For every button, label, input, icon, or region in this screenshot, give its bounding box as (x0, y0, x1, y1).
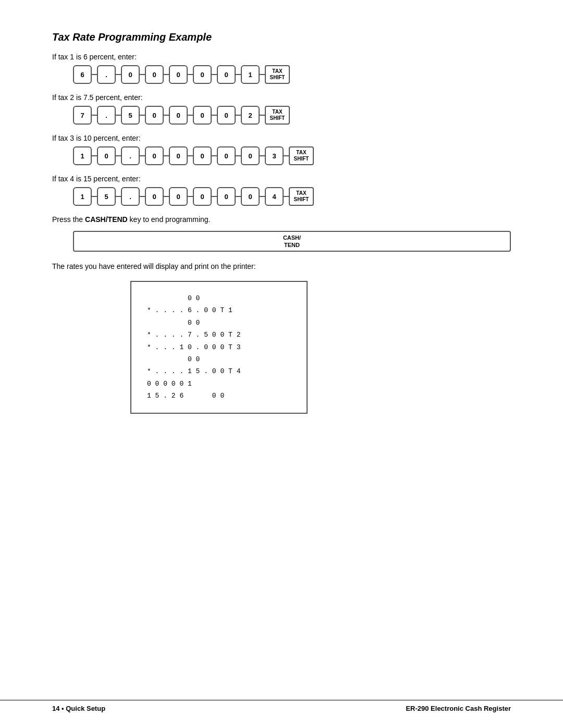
connector (260, 74, 265, 75)
connector (164, 115, 169, 116)
key-1c: 1 (73, 187, 92, 206)
key-0k: 0 (145, 146, 164, 165)
key-2a: 2 (241, 106, 260, 125)
connector (116, 115, 121, 116)
key-0t: 0 (241, 187, 260, 206)
connector (212, 155, 217, 156)
key-0d: 0 (193, 65, 212, 84)
key-0h: 0 (193, 106, 212, 125)
key-dot4: . (121, 187, 140, 206)
key-0j: 0 (97, 146, 116, 165)
tax1-key-sequence: 6 . 0 0 0 0 0 1 TAXSHIFT (73, 65, 511, 84)
connector (188, 196, 193, 197)
connector (212, 115, 217, 116)
key-3a: 3 (265, 146, 284, 165)
page-title: Tax Rate Programming Example (52, 31, 511, 43)
key-0g: 0 (169, 106, 188, 125)
connector (284, 155, 289, 156)
key-0e: 0 (217, 65, 236, 84)
connector (140, 115, 145, 116)
connector (116, 74, 121, 75)
key-6: 6 (73, 65, 92, 84)
tax2-key-sequence: 7 . 5 0 0 0 0 2 TAXSHIFT (73, 106, 511, 125)
rates-text: The rates you have entered will display … (52, 262, 511, 270)
tax3-instruction: If tax 3 is 10 percent, enter: (52, 134, 511, 142)
connector (260, 155, 265, 156)
tax4-instruction: If tax 4 is 15 percent, enter: (52, 175, 511, 183)
footer-right: ER-290 Electronic Cash Register (406, 705, 511, 712)
print-display: 0 0 * . . . . 6 . 0 0 T 1 0 0 * . . . . … (130, 281, 308, 414)
key-4a: 4 (265, 187, 284, 206)
key-0f: 0 (145, 106, 164, 125)
key-1b: 1 (73, 146, 92, 165)
connector (188, 155, 193, 156)
tax3-key-sequence: 1 0 . 0 0 0 0 0 3 TAXSHIFT (73, 146, 511, 165)
key-0n: 0 (217, 146, 236, 165)
key-0r: 0 (193, 187, 212, 206)
connector (284, 196, 289, 197)
key-0c: 0 (169, 65, 188, 84)
connector (188, 115, 193, 116)
connector (164, 155, 169, 156)
connector (116, 155, 121, 156)
key-0l: 0 (169, 146, 188, 165)
connector (260, 196, 265, 197)
connector (212, 74, 217, 75)
connector (140, 74, 145, 75)
key-0i: 0 (217, 106, 236, 125)
cash-tend-label: CASH/TEND (85, 215, 128, 224)
footer-left: 14 • Quick Setup (52, 705, 105, 712)
key-dot3: . (121, 146, 140, 165)
connector (236, 74, 241, 75)
key-1a: 1 (241, 65, 260, 84)
key-5: 5 (121, 106, 140, 125)
key-0b: 0 (145, 65, 164, 84)
key-0p: 0 (145, 187, 164, 206)
connector (212, 196, 217, 197)
connector (164, 74, 169, 75)
page: Tax Rate Programming Example If tax 1 is… (0, 0, 563, 728)
key-dot1: . (97, 65, 116, 84)
connector (140, 196, 145, 197)
connector (236, 155, 241, 156)
connector (92, 155, 97, 156)
connector (92, 74, 97, 75)
key-0s: 0 (217, 187, 236, 206)
footer: 14 • Quick Setup ER-290 Electronic Cash … (0, 700, 563, 712)
connector (164, 196, 169, 197)
key-dot2: . (97, 106, 116, 125)
connector (140, 155, 145, 156)
connector (188, 74, 193, 75)
key-0m: 0 (193, 146, 212, 165)
key-0o: 0 (241, 146, 260, 165)
tax2-instruction: If tax 2 is 7.5 percent, enter: (52, 93, 511, 102)
tax4-key-sequence: 1 5 . 0 0 0 0 0 4 TAXSHIFT (73, 187, 511, 206)
tax1-instruction: If tax 1 is 6 percent, enter: (52, 53, 511, 61)
connector (236, 115, 241, 116)
key-7: 7 (73, 106, 92, 125)
connector (116, 196, 121, 197)
key-0q: 0 (169, 187, 188, 206)
cash-tend-key: CASH/TEND (73, 231, 511, 252)
key-5b: 5 (97, 187, 116, 206)
tax-shift-key-4: TAXSHIFT (289, 187, 314, 206)
press-cash-tend-text: Press the CASH/TEND key to end programmi… (52, 215, 511, 224)
connector (236, 196, 241, 197)
tax-shift-key-2: TAXSHIFT (265, 106, 290, 125)
connector (92, 115, 97, 116)
tax-shift-key-3: TAXSHIFT (289, 146, 314, 165)
cash-tend-section: CASH/TEND (52, 231, 511, 252)
key-0a: 0 (121, 65, 140, 84)
connector (92, 196, 97, 197)
tax-shift-key-1: TAXSHIFT (265, 65, 290, 84)
connector (260, 115, 265, 116)
